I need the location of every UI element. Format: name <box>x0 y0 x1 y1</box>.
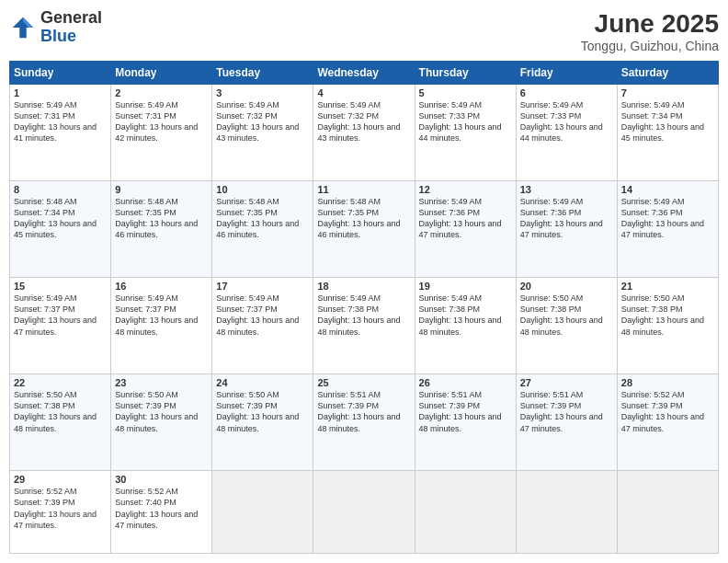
daylight-label: Daylight: 13 hours and 43 minutes. <box>216 122 299 143</box>
sunrise-label: Sunrise: 5:49 AM <box>520 100 584 109</box>
day-number: 4 <box>317 87 410 98</box>
table-row <box>212 471 313 554</box>
daylight-label: Daylight: 13 hours and 47 minutes. <box>621 219 704 239</box>
table-row: 24 Sunrise: 5:50 AM Sunset: 7:39 PM Dayl… <box>212 374 313 471</box>
table-row: 12 Sunrise: 5:49 AM Sunset: 7:36 PM Dayl… <box>415 181 516 278</box>
day-number: 8 <box>14 184 107 195</box>
daylight-label: Daylight: 13 hours and 48 minutes. <box>419 316 502 336</box>
sunrise-label: Sunrise: 5:52 AM <box>14 487 77 496</box>
logo-text: General Blue <box>40 9 102 46</box>
location: Tonggu, Guizhou, China <box>581 39 719 53</box>
sunset-label: Sunset: 7:40 PM <box>115 498 176 507</box>
calendar-week-5: 29 Sunrise: 5:52 AM Sunset: 7:39 PM Dayl… <box>10 471 719 554</box>
day-info: Sunrise: 5:51 AM Sunset: 7:39 PM Dayligh… <box>317 389 410 434</box>
sunrise-label: Sunrise: 5:49 AM <box>115 293 178 303</box>
day-number: 9 <box>115 184 208 195</box>
col-tuesday: Tuesday <box>212 62 313 85</box>
table-row: 5 Sunrise: 5:49 AM Sunset: 7:33 PM Dayli… <box>415 85 516 181</box>
day-number: 16 <box>115 281 208 292</box>
daylight-label: Daylight: 13 hours and 41 minutes. <box>14 122 97 143</box>
calendar-table: Sunday Monday Tuesday Wednesday Thursday… <box>9 61 719 554</box>
day-number: 14 <box>621 184 714 195</box>
sunrise-label: Sunrise: 5:49 AM <box>419 293 483 303</box>
sunrise-label: Sunrise: 5:50 AM <box>520 293 584 303</box>
day-number: 27 <box>520 377 613 388</box>
day-info: Sunrise: 5:52 AM Sunset: 7:40 PM Dayligh… <box>115 486 208 531</box>
day-info: Sunrise: 5:49 AM Sunset: 7:32 PM Dayligh… <box>317 99 410 144</box>
sunset-label: Sunset: 7:35 PM <box>317 208 379 217</box>
col-wednesday: Wednesday <box>313 62 415 85</box>
day-number: 15 <box>14 281 107 292</box>
day-info: Sunrise: 5:49 AM Sunset: 7:38 PM Dayligh… <box>317 293 410 338</box>
header-row: Sunday Monday Tuesday Wednesday Thursday… <box>10 62 719 85</box>
sunset-label: Sunset: 7:35 PM <box>216 208 278 217</box>
table-row: 25 Sunrise: 5:51 AM Sunset: 7:39 PM Dayl… <box>313 374 415 471</box>
day-number: 26 <box>419 377 512 388</box>
calendar-week-4: 22 Sunrise: 5:50 AM Sunset: 7:38 PM Dayl… <box>10 374 719 471</box>
day-number: 23 <box>115 377 208 388</box>
sunrise-label: Sunrise: 5:49 AM <box>14 100 77 109</box>
sunset-label: Sunset: 7:39 PM <box>216 401 278 410</box>
table-row: 1 Sunrise: 5:49 AM Sunset: 7:31 PM Dayli… <box>10 85 111 181</box>
sunset-label: Sunset: 7:35 PM <box>115 208 176 217</box>
sunrise-label: Sunrise: 5:50 AM <box>115 390 178 399</box>
table-row: 23 Sunrise: 5:50 AM Sunset: 7:39 PM Dayl… <box>111 374 212 471</box>
day-info: Sunrise: 5:49 AM Sunset: 7:32 PM Dayligh… <box>216 99 309 144</box>
sunset-label: Sunset: 7:36 PM <box>520 208 582 217</box>
sunset-label: Sunset: 7:33 PM <box>419 111 481 121</box>
sunrise-label: Sunrise: 5:51 AM <box>317 390 381 399</box>
daylight-label: Daylight: 13 hours and 44 minutes. <box>419 122 502 143</box>
day-info: Sunrise: 5:51 AM Sunset: 7:39 PM Dayligh… <box>520 389 613 434</box>
sunrise-label: Sunrise: 5:48 AM <box>216 197 279 206</box>
sunrise-label: Sunrise: 5:51 AM <box>419 390 483 399</box>
sunrise-label: Sunrise: 5:52 AM <box>621 390 685 399</box>
day-number: 11 <box>317 184 410 195</box>
day-info: Sunrise: 5:48 AM Sunset: 7:34 PM Dayligh… <box>14 196 107 241</box>
day-info: Sunrise: 5:48 AM Sunset: 7:35 PM Dayligh… <box>115 196 208 241</box>
daylight-label: Daylight: 13 hours and 48 minutes. <box>621 316 704 336</box>
day-info: Sunrise: 5:49 AM Sunset: 7:33 PM Dayligh… <box>520 99 613 144</box>
daylight-label: Daylight: 13 hours and 48 minutes. <box>520 316 603 336</box>
table-row: 22 Sunrise: 5:50 AM Sunset: 7:38 PM Dayl… <box>10 374 111 471</box>
title-area: June 2025 Tonggu, Guizhou, China <box>581 9 719 53</box>
calendar-week-2: 8 Sunrise: 5:48 AM Sunset: 7:34 PM Dayli… <box>10 181 719 278</box>
sunset-label: Sunset: 7:37 PM <box>115 304 176 314</box>
day-info: Sunrise: 5:49 AM Sunset: 7:36 PM Dayligh… <box>520 196 613 241</box>
daylight-label: Daylight: 13 hours and 47 minutes. <box>520 412 603 432</box>
page: General Blue June 2025 Tonggu, Guizhou, … <box>0 0 728 563</box>
sunrise-label: Sunrise: 5:52 AM <box>115 487 178 496</box>
sunset-label: Sunset: 7:37 PM <box>216 304 278 314</box>
daylight-label: Daylight: 13 hours and 48 minutes. <box>115 412 198 432</box>
day-number: 22 <box>14 377 107 388</box>
sunset-label: Sunset: 7:34 PM <box>14 208 75 217</box>
day-number: 21 <box>621 281 714 292</box>
daylight-label: Daylight: 13 hours and 48 minutes. <box>216 316 299 336</box>
sunset-label: Sunset: 7:38 PM <box>419 304 481 314</box>
table-row <box>415 471 516 554</box>
logo-general: General <box>40 9 102 28</box>
table-row: 28 Sunrise: 5:52 AM Sunset: 7:39 PM Dayl… <box>617 374 718 471</box>
day-info: Sunrise: 5:49 AM Sunset: 7:31 PM Dayligh… <box>115 99 208 144</box>
daylight-label: Daylight: 13 hours and 48 minutes. <box>115 316 198 336</box>
daylight-label: Daylight: 13 hours and 46 minutes. <box>216 219 299 239</box>
day-info: Sunrise: 5:50 AM Sunset: 7:38 PM Dayligh… <box>520 293 613 338</box>
table-row: 7 Sunrise: 5:49 AM Sunset: 7:34 PM Dayli… <box>617 85 718 181</box>
table-row: 13 Sunrise: 5:49 AM Sunset: 7:36 PM Dayl… <box>516 181 617 278</box>
table-row: 4 Sunrise: 5:49 AM Sunset: 7:32 PM Dayli… <box>313 85 415 181</box>
table-row: 29 Sunrise: 5:52 AM Sunset: 7:39 PM Dayl… <box>10 471 111 554</box>
sunrise-label: Sunrise: 5:49 AM <box>621 100 685 109</box>
calendar-week-1: 1 Sunrise: 5:49 AM Sunset: 7:31 PM Dayli… <box>10 85 719 181</box>
sunrise-label: Sunrise: 5:49 AM <box>216 100 279 109</box>
table-row: 3 Sunrise: 5:49 AM Sunset: 7:32 PM Dayli… <box>212 85 313 181</box>
day-info: Sunrise: 5:50 AM Sunset: 7:39 PM Dayligh… <box>115 389 208 434</box>
sunrise-label: Sunrise: 5:49 AM <box>14 293 77 303</box>
daylight-label: Daylight: 13 hours and 43 minutes. <box>317 122 400 143</box>
sunrise-label: Sunrise: 5:49 AM <box>317 100 381 109</box>
sunset-label: Sunset: 7:32 PM <box>216 111 278 121</box>
sunset-label: Sunset: 7:38 PM <box>520 304 582 314</box>
day-number: 29 <box>14 474 107 485</box>
calendar-week-3: 15 Sunrise: 5:49 AM Sunset: 7:37 PM Dayl… <box>10 278 719 374</box>
header: General Blue June 2025 Tonggu, Guizhou, … <box>9 9 719 53</box>
sunrise-label: Sunrise: 5:49 AM <box>520 197 584 206</box>
sunrise-label: Sunrise: 5:49 AM <box>621 197 685 206</box>
